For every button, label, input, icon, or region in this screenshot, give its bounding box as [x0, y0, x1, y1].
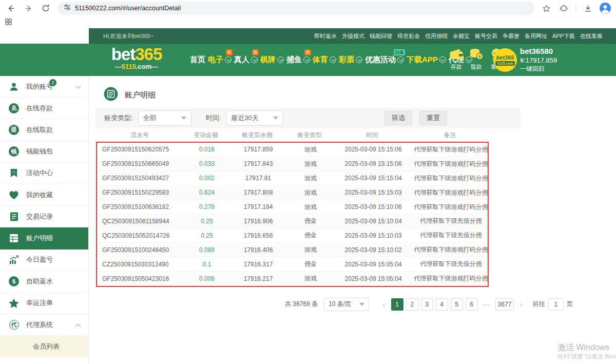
withdraw-button[interactable]: ¥ 取款	[468, 48, 485, 71]
sidebar-item-my-favorites[interactable]: 我的收藏	[0, 184, 88, 206]
cell-amount: 0.002	[184, 175, 229, 182]
cell-serial: QC25030915081158944	[97, 218, 184, 225]
nav-item-1[interactable]: 电子热	[208, 55, 232, 65]
extensions-icon[interactable]	[558, 3, 569, 14]
one-key-return-link[interactable]: 一键回归	[520, 65, 557, 73]
nav-badge: 劲爆	[394, 49, 405, 55]
chevron-up-icon	[76, 324, 81, 329]
nav-item-7[interactable]: 优惠活动劲爆	[365, 55, 404, 65]
cell-type: 游戏	[287, 188, 334, 197]
page-ellipsis-button[interactable]: ···	[480, 298, 493, 311]
topbar-link-1[interactable]: 升级模式	[342, 32, 364, 40]
deposit-icon: 兑	[8, 103, 20, 113]
goto-page-input[interactable]	[548, 298, 564, 311]
downloads-icon[interactable]	[582, 3, 593, 14]
reset-button[interactable]: 重置	[419, 111, 447, 125]
sidebar-item-my-account[interactable]: 我的账号2	[0, 76, 88, 98]
page-button-3[interactable]: 3	[421, 298, 433, 311]
time-filter-label: 时间:	[206, 113, 221, 123]
filter-button[interactable]: 筛选	[384, 111, 412, 125]
page-button-4[interactable]: 4	[436, 298, 448, 311]
column-header: 账变类型	[286, 131, 333, 140]
cell-serial: GF25030915050423016	[97, 275, 184, 282]
sidebar-item-today-profit-loss[interactable]: 今日盈亏	[0, 250, 88, 271]
nav-item-2[interactable]: 真人热	[234, 55, 258, 65]
topbar-link-10[interactable]: 在线客服	[580, 32, 603, 40]
prev-page-button[interactable]: ‹	[378, 298, 390, 311]
nav-item-4[interactable]: 捕鱼热	[286, 55, 310, 65]
type-select[interactable]: 全部	[138, 110, 191, 126]
chevron-down-icon	[273, 117, 278, 120]
sidebar-item-account-detail[interactable]: 账户明细	[0, 227, 88, 249]
nav-item-3[interactable]: 棋牌	[260, 55, 284, 65]
filter-bar: 账变类型: 全部 时间: 最近30天 筛选 重置	[95, 108, 521, 128]
cell-type: 佣金	[287, 231, 334, 240]
topbar-link-4[interactable]: 信用借呗	[425, 32, 448, 40]
sidebar: 我的账号2兑在线存款提在线取款钱钱能钱包☆活动中心我的收藏交易记录账户明细今日盈…	[0, 76, 89, 364]
sidebar-item-online-withdraw[interactable]: 提在线取款	[0, 119, 88, 141]
page-button-1[interactable]: 1	[391, 298, 403, 311]
cell-serial: QC25030915052014726	[97, 232, 184, 239]
time-select[interactable]: 最近30天	[226, 110, 283, 126]
page-button-6[interactable]: 6	[466, 298, 478, 311]
topbar-link-9[interactable]: APP下载	[552, 32, 575, 40]
cell-serial: GF25030915100246450	[97, 246, 184, 254]
chevron-down-icon	[359, 303, 364, 306]
deposit-button[interactable]: 存款	[448, 48, 465, 71]
cell-time: 2025-03-09 15:05:04	[334, 275, 412, 282]
sidebar-item-member-list[interactable]: 会员列表	[0, 336, 88, 357]
sidebar-item-activity-center[interactable]: ☆活动中心	[0, 163, 88, 184]
topbar-link-8[interactable]: 备用网址	[525, 32, 547, 40]
table-row: CZ250309150303124900.117916.317佣金2025-03…	[97, 257, 488, 272]
next-page-button[interactable]: ›	[515, 298, 527, 311]
sidebar-item-online-deposit[interactable]: 兑在线存款	[0, 98, 88, 119]
bookmark-star-icon[interactable]	[541, 3, 552, 14]
rebate-icon: $	[8, 276, 20, 286]
username: bet36580	[520, 47, 557, 56]
apps-grid-icon[interactable]	[5, 18, 12, 27]
page-title-row: 账户明细	[89, 76, 616, 103]
topbar-link-6[interactable]: 账号交易	[475, 32, 497, 40]
cell-time: 2025-03-09 15:10:03	[334, 232, 412, 239]
page-button-3677[interactable]: 3677	[495, 298, 514, 311]
topbar-link-2[interactable]: 钱能回馈	[370, 32, 392, 40]
browser-forward-icon[interactable]	[23, 3, 34, 14]
topbar-link-5[interactable]: 余额宝	[453, 32, 470, 40]
page-button-2[interactable]: 2	[406, 298, 418, 311]
page-button-5[interactable]: 5	[451, 298, 463, 311]
topbar-link-7[interactable]: 争霸赛	[503, 32, 519, 40]
profile-avatar[interactable]	[600, 3, 611, 14]
sidebar-item-qianneng-wallet[interactable]: 钱钱能钱包	[0, 141, 88, 163]
sidebar-item-lucky-bets[interactable]: 幸运注单	[0, 293, 88, 314]
withdraw-icon: 提	[8, 125, 20, 135]
nav-item-0[interactable]: 首页	[190, 55, 205, 65]
site-logo[interactable]: bet365 —5115.com—	[100, 46, 174, 70]
circle-chevron-icon	[251, 56, 258, 63]
sidebar-item-transaction-records[interactable]: 交易记录	[0, 206, 88, 227]
sidebar-item-agent-system[interactable]: 代代理系统	[0, 314, 88, 336]
column-header: 变动金额	[183, 131, 228, 140]
nav-item-8[interactable]: 下载APP	[407, 55, 446, 65]
nav-item-5[interactable]: 体育	[313, 55, 336, 65]
page-size-select[interactable]: 10 条/页	[324, 298, 369, 311]
cell-amount: 0.008	[184, 275, 229, 282]
nav-item-6[interactable]: 彩票	[339, 55, 362, 65]
browser-back-icon[interactable]	[5, 3, 16, 14]
type-filter-label: 账变类型:	[104, 113, 133, 123]
table-row: GF250309150504230160.00817916.217游戏2025-…	[97, 272, 488, 286]
cell-time: 2025-03-09 15:15:06	[334, 146, 412, 153]
sidebar-item-self-rebate[interactable]: $自助返水	[0, 271, 88, 293]
address-bar[interactable]: 511500222.com/#/user/accountDetail	[57, 2, 534, 15]
cell-remark: 代理获取下级游戏打码分佣	[412, 245, 490, 254]
cell-serial: GF25030915150493427	[97, 175, 184, 182]
topbar-links: 即时返水升级模式钱能回馈得意彩金信用借呗余额宝账号交易争霸赛备用网址APP下载在…	[314, 32, 603, 40]
topbar-link-0[interactable]: 即时返水	[314, 32, 337, 40]
topbar-link-3[interactable]: 得意彩金	[397, 32, 420, 40]
coins-icon: ¥	[469, 48, 484, 63]
svg-text:☆: ☆	[12, 170, 15, 175]
cell-amount: 0.25	[184, 232, 229, 239]
browser-reload-icon[interactable]	[40, 3, 51, 14]
site-info-icon[interactable]	[64, 4, 71, 13]
logo-domain: —5115.com—	[100, 63, 174, 70]
wallet-icon	[449, 48, 464, 63]
